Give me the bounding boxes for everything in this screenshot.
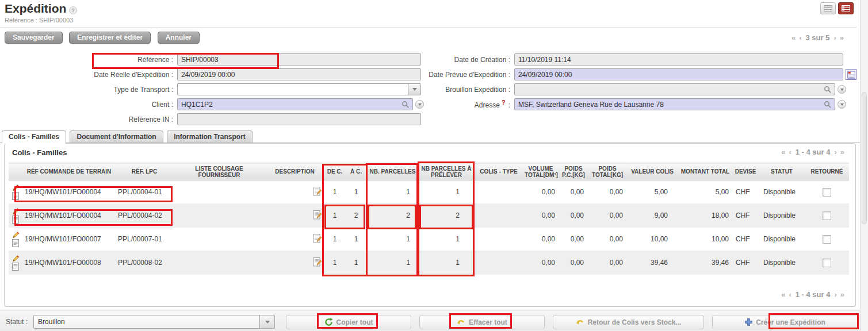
- brouillon-expedition-label: Brouillon Expédition :: [427, 86, 514, 94]
- cell-valeur_colis: 9,00: [626, 204, 678, 228]
- first-page-icon[interactable]: «: [781, 148, 785, 156]
- form-view-icon[interactable]: [838, 2, 854, 14]
- statut-select[interactable]: Brouillon: [33, 315, 275, 329]
- col-valeur_colis[interactable]: VALEUR COLIS: [626, 163, 678, 180]
- chevron-down-icon[interactable]: [838, 85, 846, 94]
- document-icon[interactable]: [12, 263, 19, 271]
- cancel-button[interactable]: Annuler: [158, 32, 200, 44]
- date-prevue-field[interactable]: 24/09/2019 00:00: [514, 68, 843, 80]
- col-nb_parcelles[interactable]: NB. PARCELLES: [367, 163, 418, 180]
- search-icon[interactable]: [402, 101, 409, 108]
- type-transport-select[interactable]: [177, 83, 421, 95]
- calendar-icon[interactable]: [846, 69, 856, 80]
- help-icon[interactable]: ?: [69, 6, 77, 14]
- col-icons[interactable]: [9, 163, 22, 180]
- cell-liste_colisage: [173, 204, 265, 228]
- tab-document-information[interactable]: Document d'Information: [70, 130, 163, 143]
- table-row[interactable]: 19/HQ/MW101/FO00004PPL/00004-0111110,000…: [9, 180, 849, 204]
- note-edit-icon[interactable]: [312, 190, 322, 198]
- last-record-icon[interactable]: »: [840, 33, 844, 42]
- col-de_c[interactable]: DE C.: [324, 163, 345, 180]
- col-volume[interactable]: VOLUME TOTAL[DM³]: [523, 163, 559, 180]
- cell-de_c: 1: [324, 204, 345, 228]
- col-ref_lpc[interactable]: RÉF. LPC: [116, 163, 173, 180]
- edit-pencil-icon[interactable]: [12, 184, 20, 191]
- col-poids_pc[interactable]: POIDS P.C.[KG]: [559, 163, 588, 180]
- retourne-checkbox[interactable]: [823, 188, 831, 197]
- last-page-icon[interactable]: »: [840, 148, 844, 156]
- next-page-icon[interactable]: ›: [834, 148, 836, 156]
- note-edit-icon[interactable]: [312, 213, 322, 221]
- table-row[interactable]: 19/HQ/MW101/FO00007PPL/00007-0111110,000…: [9, 228, 849, 251]
- edit-pencil-icon[interactable]: [12, 207, 20, 215]
- cell-poids_total: 0,00: [588, 180, 626, 204]
- vertical-scrollbar[interactable]: [860, 0, 868, 331]
- search-icon[interactable]: [824, 101, 831, 108]
- copier-tout-button[interactable]: Copier tout: [286, 315, 411, 329]
- col-statut[interactable]: STATUT: [759, 163, 805, 180]
- cell-nb_prelever: 1: [418, 251, 475, 275]
- cell-icons: [9, 180, 22, 204]
- chevron-down-icon[interactable]: [408, 84, 420, 95]
- col-nb_prelever[interactable]: NB PARCELLES À PRÉLEVER: [418, 163, 475, 180]
- list-view-icon[interactable]: [820, 2, 836, 14]
- last-page-icon[interactable]: »: [840, 290, 844, 299]
- note-edit-icon[interactable]: [312, 260, 322, 268]
- col-description[interactable]: DESCRIPTION: [265, 163, 324, 180]
- chevron-down-icon[interactable]: [259, 315, 274, 328]
- retourne-checkbox[interactable]: [823, 235, 831, 244]
- retourne-checkbox[interactable]: [823, 259, 831, 267]
- table-row[interactable]: 19/HQ/MW101/FO00008PPL/00008-0211110,000…: [9, 251, 849, 275]
- effacer-tout-button[interactable]: Effacer tout: [419, 315, 545, 329]
- retour-colis-stock-button[interactable]: Retour de Colis vers Stock...: [553, 315, 704, 329]
- col-ref_terrain[interactable]: RÉF COMMANDE DE TERRAIN: [22, 163, 116, 180]
- copy-all-icon: [324, 318, 333, 326]
- brouillon-expedition-field[interactable]: [514, 83, 835, 95]
- date-reelle-label: Date Réelle d'Expédition :: [0, 71, 177, 79]
- prev-page-icon[interactable]: ‹: [789, 290, 791, 299]
- edit-pencil-icon[interactable]: [12, 255, 20, 262]
- cell-statut: Disponible: [759, 228, 805, 251]
- document-icon[interactable]: [12, 239, 19, 247]
- col-poids_total[interactable]: POIDS TOTAL[KG]: [588, 163, 626, 180]
- tab-information-transport[interactable]: Information Transport: [167, 130, 253, 143]
- cell-liste_colisage: [173, 228, 265, 251]
- note-edit-icon[interactable]: [312, 237, 322, 245]
- creer-expedition-button[interactable]: Créer une Expédition: [712, 315, 858, 329]
- reference-field: SHIP/00003: [177, 53, 421, 66]
- col-devise[interactable]: DEVISE: [732, 163, 759, 180]
- client-field[interactable]: HQ1C1P2: [177, 98, 413, 110]
- next-record-icon[interactable]: ›: [833, 33, 836, 42]
- col-colis_type[interactable]: COLIS - TYPE: [475, 163, 523, 180]
- chevron-down-icon[interactable]: [838, 100, 846, 109]
- cell-a_c: 1: [345, 228, 367, 251]
- tab-colis-familles[interactable]: Colis - Familles: [2, 130, 66, 144]
- grid-pager-text: 1 - 4 sur 4: [796, 148, 831, 156]
- prev-page-icon[interactable]: ‹: [789, 148, 791, 156]
- first-page-icon[interactable]: «: [781, 290, 785, 299]
- retourne-checkbox[interactable]: [823, 211, 831, 220]
- document-icon[interactable]: [12, 215, 19, 224]
- prev-record-icon[interactable]: ‹: [799, 33, 801, 42]
- save-and-edit-button[interactable]: Enregistrer et éditer: [69, 32, 151, 44]
- first-record-icon[interactable]: «: [791, 33, 796, 42]
- edit-pencil-icon[interactable]: [12, 231, 20, 238]
- col-retourne[interactable]: RETOURNÉ: [805, 163, 849, 180]
- plus-icon: [745, 318, 752, 326]
- col-montant_total[interactable]: MONTANT TOTAL: [678, 163, 732, 180]
- next-page-icon[interactable]: ›: [834, 290, 836, 299]
- cell-montant_total: 5,00: [678, 180, 732, 204]
- colis-familles-panel: Colis - Familles «‹1 - 4 sur 4›» RÉF COM…: [4, 143, 856, 307]
- chevron-down-icon[interactable]: [415, 100, 424, 109]
- save-button[interactable]: Sauvegarder: [5, 32, 63, 44]
- cell-a_c: 1: [345, 180, 367, 204]
- col-a_c[interactable]: À C.: [345, 163, 367, 180]
- search-icon[interactable]: [824, 86, 831, 93]
- scrollbar-thumb[interactable]: [862, 92, 867, 224]
- col-liste_colisage[interactable]: LISTE COLISAGE FOURNISSEUR: [173, 163, 265, 180]
- adresse-field[interactable]: MSF, Switzerland Geneva Rue de Lausanne …: [514, 98, 835, 110]
- table-row[interactable]: 19/HQ/MW101/FO00004PPL/00004-0212220,000…: [9, 204, 849, 228]
- document-icon[interactable]: [12, 192, 19, 200]
- cell-de_c: 1: [324, 228, 345, 251]
- cell-de_c: 1: [324, 180, 345, 204]
